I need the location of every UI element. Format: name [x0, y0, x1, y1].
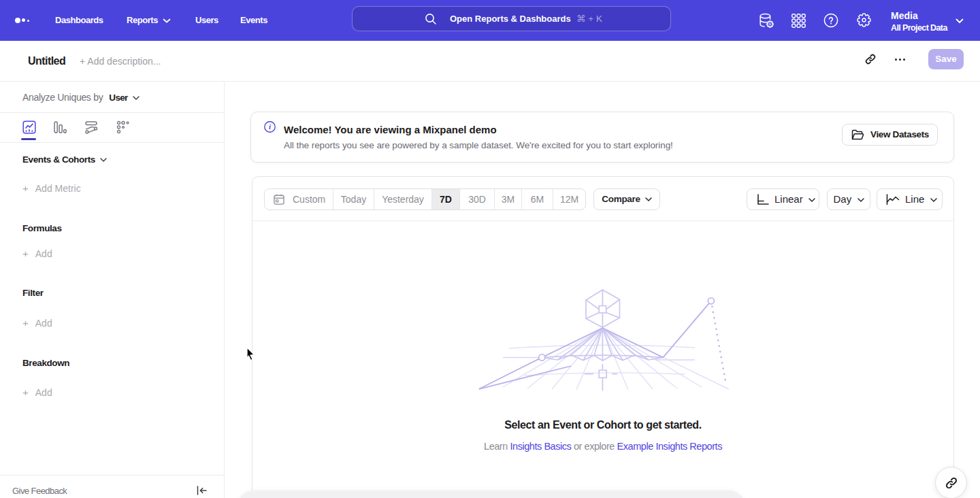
svg-text:i: i	[269, 122, 272, 131]
